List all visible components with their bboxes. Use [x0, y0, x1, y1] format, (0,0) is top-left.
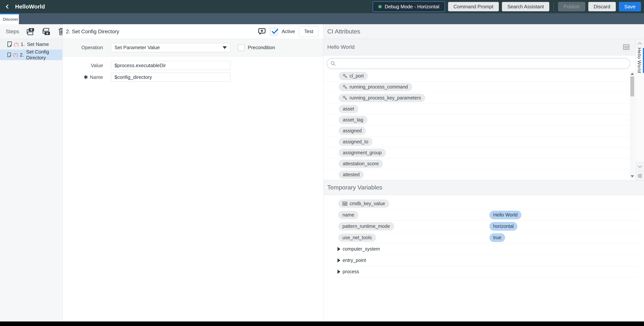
name-label: ✱ Name — [62, 74, 103, 80]
toolbar-divider — [554, 2, 554, 11]
attribute-pill[interactable]: asset — [339, 105, 358, 113]
step-editor-actions: Active Test — [258, 26, 318, 37]
temp-var-table-pill[interactable]: cmdb_key_value — [338, 199, 389, 208]
step-item-2[interactable]: (*) 2. Set Config Directory — [0, 50, 62, 60]
debug-mode-button[interactable]: Debug Mode - Horizontal — [373, 1, 445, 12]
comment-plus-icon — [258, 28, 266, 36]
attribute-search-input[interactable] — [338, 61, 626, 67]
sliders-filter-icon — [637, 173, 642, 178]
attribute-row: assigned_to — [324, 136, 636, 147]
temp-var-value-badge: Hello World — [490, 211, 521, 219]
value-field-row: Value — [62, 61, 323, 70]
publish-button[interactable]: Publish — [558, 2, 585, 11]
precondition-checkbox[interactable] — [238, 44, 245, 51]
insert-step-above-icon — [26, 28, 34, 36]
add-comment-button[interactable] — [258, 28, 266, 36]
attribute-row: attested — [324, 169, 636, 180]
temp-var-collapsed-row[interactable]: entry_point — [338, 255, 640, 266]
search-icon — [330, 61, 336, 66]
attribute-row: running_process_command — [324, 82, 636, 93]
precondition-label: Precondition — [248, 45, 275, 51]
step-editor-panel: 2. Set Config Directory Active T — [62, 24, 324, 321]
scrollbar-thumb[interactable] — [630, 76, 634, 96]
expand-arrow-icon — [338, 247, 340, 251]
temp-var-row: pattern_runtime_mode horizontal — [338, 221, 640, 232]
save-button[interactable]: Save — [619, 2, 641, 11]
name-input[interactable] — [111, 73, 230, 82]
value-label: Value — [62, 63, 103, 69]
rail-filter-button[interactable] — [636, 171, 644, 180]
key-icon — [343, 85, 347, 89]
discard-button[interactable]: Discard — [588, 2, 616, 11]
steps-panel-title: Steps — [6, 29, 19, 35]
temp-var-value-badge: true — [490, 233, 505, 242]
value-input[interactable] — [111, 61, 230, 70]
temporary-variables-header: Temporary Variables — [324, 180, 644, 195]
steps-panel: Steps — [0, 24, 62, 321]
step-required-marker: (*) — [14, 42, 19, 47]
temp-var-name-pill[interactable]: use_net_tools — [338, 233, 376, 242]
active-checkbox[interactable] — [270, 28, 278, 35]
attribute-pill[interactable]: cl_port — [339, 72, 368, 80]
scroll-down-arrow-icon[interactable] — [630, 175, 634, 177]
command-prompt-button[interactable]: Command Prompt — [448, 2, 499, 11]
temp-var-collapsed-row[interactable]: process — [338, 266, 640, 277]
name-field-row: ✱ Name — [62, 73, 323, 82]
rail-scroll-down-button[interactable] — [636, 162, 644, 171]
insert-step-below-button[interactable] — [42, 28, 50, 36]
step-editor-header: 2. Set Config Directory Active T — [62, 24, 323, 39]
attribute-pill[interactable]: attestation_score — [339, 160, 383, 168]
rail-scroll-up-button[interactable] — [636, 39, 644, 48]
attribute-pill[interactable]: assigned_to — [339, 138, 372, 146]
ci-type-header: Hello World — [324, 39, 636, 55]
temp-var-row: use_net_tools true — [338, 232, 640, 243]
step-item-1[interactable]: (*) 1. Set Name — [0, 39, 62, 50]
back-button[interactable] — [4, 3, 12, 11]
attribute-row: asset — [324, 103, 636, 114]
test-button[interactable]: Test — [299, 26, 318, 37]
ci-attributes-main: Hello World — [324, 39, 636, 180]
temp-var-row: name Hello World — [338, 209, 640, 221]
main-content: Steps — [0, 24, 644, 321]
operation-selected-value: Set Parameter Value — [114, 45, 160, 51]
operation-dropdown[interactable]: Set Parameter Value — [111, 43, 230, 52]
attribute-pill[interactable]: asset_tag — [339, 116, 367, 124]
ci-attributes-panel: CI Attributes Hello World — [324, 24, 644, 321]
search-assistant-button[interactable]: Search Assistant — [502, 2, 550, 11]
insert-step-below-icon — [42, 28, 50, 36]
debug-status-dot-icon — [378, 5, 382, 8]
temp-var-collapsed-row[interactable]: computer_system — [338, 243, 640, 255]
attribute-pill[interactable]: running_process_command — [339, 83, 412, 91]
step-page-icon — [7, 52, 11, 58]
active-label: Active — [282, 29, 295, 35]
ci-type-title: Hello World — [327, 44, 354, 50]
bottom-bar — [0, 321, 644, 326]
attribute-pill[interactable]: assigned — [339, 127, 366, 135]
tab-discover[interactable]: Discover — [0, 13, 19, 24]
expand-arrow-icon — [338, 270, 340, 274]
table-view-toggle-button[interactable] — [622, 44, 630, 50]
ci-type-vertical-tab[interactable]: Hello World — [636, 48, 644, 73]
temp-var-name-pill[interactable]: name — [338, 211, 358, 219]
steps-toolbar: Steps — [0, 24, 62, 39]
step-label: Set Name — [27, 42, 49, 47]
scroll-up-arrow-icon[interactable] — [630, 73, 634, 75]
debug-mode-label: Debug Mode - Horizontal — [385, 4, 439, 10]
temporary-variables-list: cmdb_key_value name Hello World pattern_… — [324, 195, 644, 321]
attribute-search-box[interactable] — [326, 58, 630, 69]
attribute-row: assigned — [324, 125, 636, 136]
temp-var-name-pill[interactable]: pattern_runtime_mode — [338, 222, 394, 230]
attribute-search-row — [324, 55, 636, 71]
attribute-list-scrollbar[interactable] — [630, 71, 635, 179]
tab-strip: Discover — [0, 13, 644, 24]
attribute-pill[interactable]: attested — [339, 171, 364, 179]
top-bar: HelloWorld Debug Mode - Horizontal Comma… — [0, 0, 644, 13]
attribute-pill[interactable]: running_process_key_parameters — [339, 94, 425, 102]
insert-step-above-button[interactable] — [26, 28, 34, 36]
table-grid-icon — [623, 44, 630, 50]
expand-arrow-icon — [338, 258, 340, 262]
attribute-pill[interactable]: assignment_group — [339, 149, 386, 157]
ci-side-rail: Hello World — [636, 39, 644, 180]
pattern-title: HelloWorld — [15, 4, 45, 10]
required-asterisk-icon: ✱ — [84, 74, 88, 80]
